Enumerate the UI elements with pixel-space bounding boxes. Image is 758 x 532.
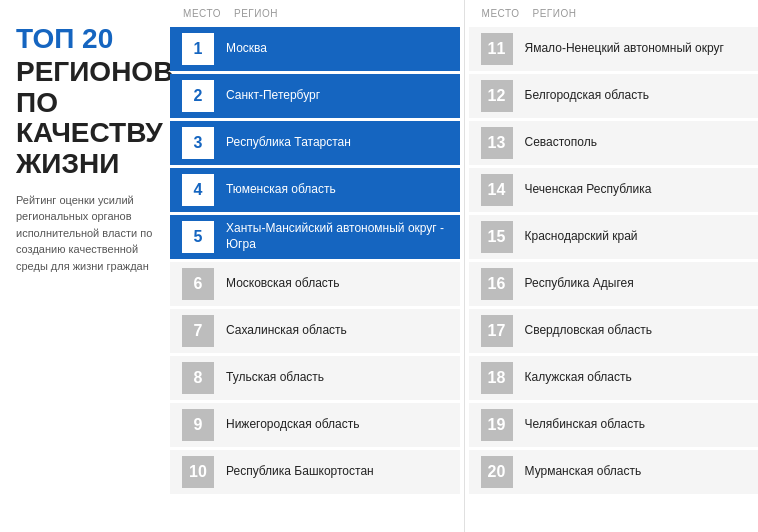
list-item: 17Свердловская область [469,309,759,353]
right-items-container: 11Ямало-Ненецкий автономный округ12Белго… [469,27,759,497]
list-item: 13Севастополь [469,121,759,165]
rank-number: 8 [182,362,214,394]
rank-name: Москва [226,41,267,57]
rank-number: 14 [481,174,513,206]
rank-name: Ямало-Ненецкий автономный округ [525,41,724,57]
rank-name: Свердловская область [525,323,652,339]
rank-name: Московская область [226,276,340,292]
rank-number: 20 [481,456,513,488]
rank-number: 6 [182,268,214,300]
list-item: 20Мурманская область [469,450,759,494]
rank-name: Сахалинская область [226,323,347,339]
rank-name: Чеченская Республика [525,182,652,198]
title-main: РЕГИОНОВ ПО КАЧЕСТВУ ЖИЗНИ [16,57,154,180]
rank-name: Челябинская область [525,417,645,433]
title-line2: ПО КАЧЕСТВУ [16,87,163,149]
list-item: 18Калужская область [469,356,759,400]
list-item: 8Тульская область [170,356,460,400]
list-item: 2Санкт-Петербург [170,74,460,118]
rank-number: 16 [481,268,513,300]
rank-name: Санкт-Петербург [226,88,320,104]
rank-number: 12 [481,80,513,112]
list-item: 15Краснодарский край [469,215,759,259]
left-header-region: РЕГИОН [234,8,278,19]
rank-number: 10 [182,456,214,488]
rank-number: 13 [481,127,513,159]
rank-number: 19 [481,409,513,441]
left-panel: ТОП 20 РЕГИОНОВ ПО КАЧЕСТВУ ЖИЗНИ Рейтин… [0,0,170,532]
title-top: ТОП 20 [16,24,154,55]
rank-number: 11 [481,33,513,65]
subtitle: Рейтинг оценки усилий региональных орган… [16,192,154,275]
left-ranking-column: МЕСТО РЕГИОН 1Москва2Санкт-Петербург3Рес… [170,0,460,532]
list-item: 14Чеченская Республика [469,168,759,212]
list-item: 19Челябинская область [469,403,759,447]
list-item: 5Ханты-Мансийский автономный округ - Югр… [170,215,460,259]
list-item: 4Тюменская область [170,168,460,212]
rank-number: 9 [182,409,214,441]
title-line1: РЕГИОНОВ [16,56,173,87]
list-item: 6Московская область [170,262,460,306]
rank-number: 17 [481,315,513,347]
rank-number: 5 [182,221,214,253]
list-item: 10Республика Башкортостан [170,450,460,494]
rank-name: Краснодарский край [525,229,638,245]
right-col-header: МЕСТО РЕГИОН [469,0,759,27]
list-item: 12Белгородская область [469,74,759,118]
column-divider [464,0,465,532]
rank-name: Республика Адыгея [525,276,634,292]
rankings-container: МЕСТО РЕГИОН 1Москва2Санкт-Петербург3Рес… [170,0,758,532]
rank-number: 15 [481,221,513,253]
rank-name: Ханты-Мансийский автономный округ - Югра [226,221,448,252]
rank-name: Мурманская область [525,464,642,480]
rank-number: 3 [182,127,214,159]
rank-name: Республика Башкортостан [226,464,374,480]
list-item: 7Сахалинская область [170,309,460,353]
rank-number: 1 [182,33,214,65]
title-line3: ЖИЗНИ [16,148,119,179]
list-item: 3Республика Татарстан [170,121,460,165]
right-header-region: РЕГИОН [533,8,577,19]
rank-name: Калужская область [525,370,632,386]
rank-name: Нижегородская область [226,417,359,433]
rank-number: 4 [182,174,214,206]
left-col-header: МЕСТО РЕГИОН [170,0,460,27]
list-item: 11Ямало-Ненецкий автономный округ [469,27,759,71]
right-ranking-column: МЕСТО РЕГИОН 11Ямало-Ненецкий автономный… [469,0,759,532]
rank-number: 18 [481,362,513,394]
list-item: 9Нижегородская область [170,403,460,447]
list-item: 16Республика Адыгея [469,262,759,306]
rank-number: 2 [182,80,214,112]
rank-number: 7 [182,315,214,347]
list-item: 1Москва [170,27,460,71]
rank-name: Тюменская область [226,182,336,198]
left-header-mesto: МЕСТО [182,8,222,19]
rank-name: Севастополь [525,135,597,151]
rank-name: Тульская область [226,370,324,386]
right-header-mesto: МЕСТО [481,8,521,19]
rank-name: Республика Татарстан [226,135,351,151]
left-items-container: 1Москва2Санкт-Петербург3Республика Татар… [170,27,460,497]
rank-name: Белгородская область [525,88,649,104]
